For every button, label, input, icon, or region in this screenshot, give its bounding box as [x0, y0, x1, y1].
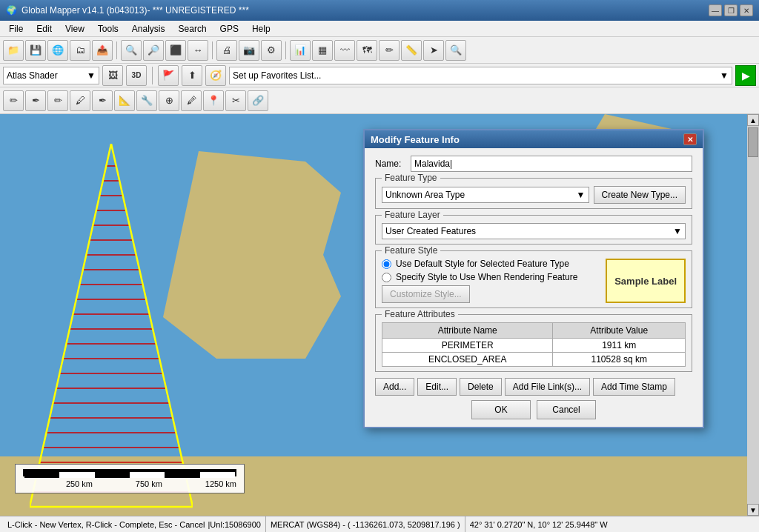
draw-tool9[interactable]: 🖉 [181, 90, 202, 111]
ok-button[interactable]: OK [471, 400, 531, 419]
3d-btn[interactable]: 3D [126, 65, 147, 86]
menu-gps[interactable]: GPS [214, 22, 245, 36]
feature-style-group: Feature Style Use Default Style for Sele… [375, 250, 692, 308]
draw-tool5[interactable]: ✒ [92, 90, 113, 111]
sample-label-box: Sample Label [606, 259, 686, 303]
restore-button[interactable]: ❐ [724, 4, 738, 16]
screenshot-btn[interactable]: 📷 [239, 40, 259, 61]
add-time-stamp-button[interactable]: Add Time Stamp [593, 378, 675, 396]
select-btn[interactable]: ➤ [423, 40, 444, 61]
zoom-extent-btn[interactable]: ⬛ [165, 40, 186, 61]
globe-btn[interactable]: 🌐 [47, 40, 68, 61]
draw-tool2[interactable]: ✒ [25, 90, 46, 111]
projection-text: MERCAT (WGS84) - ( -1136261.073, 5209817… [271, 520, 460, 529]
status-coordinates: 42° 31' 0.2720" N, 10° 12' 25.9448" W [465, 516, 612, 532]
chart-btn[interactable]: 📊 [290, 40, 311, 61]
north-btn[interactable]: ⬆ [182, 65, 202, 86]
feature-layer-value: User Created Features [385, 226, 476, 236]
feature-style-layout: Use Default Style for Selected Feature T… [382, 259, 686, 303]
play-button[interactable]: ▶ [735, 65, 756, 86]
menu-help[interactable]: Help [246, 22, 276, 36]
draw-tool8[interactable]: ⊕ [159, 90, 179, 111]
unit-text: |Unl:15086900 [208, 520, 261, 529]
create-new-type-button[interactable]: Create New Type... [594, 186, 686, 204]
menu-bar: File Edit View Tools Analysis Search GPS… [0, 21, 759, 37]
zoom-in-btn[interactable]: 🔍 [121, 40, 142, 61]
radio-default-style[interactable] [382, 259, 391, 269]
draw-tool12[interactable]: 🔗 [248, 90, 268, 111]
feature-style-title: Feature Style [382, 245, 440, 256]
feature-style-options: Use Default Style for Selected Feature T… [382, 259, 600, 303]
title-bar: 🌍 Global Mapper v14.1 (b043013)- *** UNR… [0, 0, 759, 21]
compass-btn[interactable]: 🧭 [205, 65, 226, 86]
dialog-ok-cancel: OK Cancel [375, 400, 692, 419]
add-file-link-button[interactable]: Add File Link(s)... [505, 378, 590, 396]
mouse-action-text: L-Click - New Vertex, R-Click - Complete… [7, 520, 205, 529]
atlas-shader-label: Atlas Shader [7, 70, 58, 81]
atlas-shader-dropdown[interactable]: Atlas Shader ▼ [3, 67, 99, 84]
pan-btn[interactable]: ↔ [188, 40, 208, 61]
draw-tool6[interactable]: 📐 [114, 90, 135, 111]
customize-style-button[interactable]: Customize Style... [382, 285, 470, 303]
flag-btn[interactable]: 🚩 [158, 65, 179, 86]
draw-tool3[interactable]: ✏ [47, 90, 68, 111]
config-btn[interactable]: ⚙ [261, 40, 282, 61]
menu-analysis[interactable]: Analysis [126, 22, 171, 36]
add-button[interactable]: Add... [375, 378, 414, 396]
edit2-btn[interactable]: ✏ [379, 40, 400, 61]
draw-tool10[interactable]: 📍 [203, 90, 224, 111]
delete-button[interactable]: Delete [460, 378, 502, 396]
status-mouse-action: L-Click - New Vertex, R-Click - Complete… [3, 516, 266, 532]
find-btn[interactable]: 🔍 [445, 40, 466, 61]
draw-tool4[interactable]: 🖊 [70, 90, 90, 111]
feature-layer-dropdown[interactable]: User Created Features ▼ [382, 223, 686, 239]
radio-default-style-label: Use Default Style for Selected Feature T… [396, 259, 569, 269]
draw-tool1[interactable]: ✏ [3, 90, 24, 111]
feature-layer-arrow: ▼ [673, 226, 682, 236]
menu-search[interactable]: Search [173, 22, 213, 36]
feature-type-dropdown[interactable]: Unknown Area Type ▼ [382, 187, 589, 203]
favorites-dropdown[interactable]: Set up Favorites List... ▼ [229, 67, 732, 84]
dialog-title-bar[interactable]: Modify Feature Info ✕ [365, 130, 703, 148]
feature-layer-inner: User Created Features ▼ [382, 223, 686, 239]
layers-btn[interactable]: 🗂 [70, 40, 90, 61]
contour-btn[interactable]: 〰 [334, 40, 355, 61]
name-input[interactable] [411, 156, 692, 172]
attributes-tbody: PERIMETER1911 kmENCLOSED_AREA110528 sq k… [382, 339, 686, 367]
shader-options-btn[interactable]: 🖼 [102, 65, 123, 86]
title-bar-controls[interactable]: — ❐ ✕ [709, 4, 753, 16]
draw-tool11[interactable]: ✂ [225, 90, 246, 111]
grid-btn[interactable]: ▦ [312, 40, 333, 61]
menu-edit[interactable]: Edit [30, 22, 58, 36]
table-row[interactable]: PERIMETER1911 km [382, 339, 686, 353]
radio-specify-style[interactable] [382, 273, 391, 282]
menu-view[interactable]: View [59, 22, 90, 36]
measure-btn[interactable]: 📏 [401, 40, 422, 61]
draw-tool7[interactable]: 🔧 [136, 90, 157, 111]
edit-button[interactable]: Edit... [417, 378, 457, 396]
open-btn[interactable]: 📁 [3, 40, 24, 61]
minimize-button[interactable]: — [709, 4, 722, 16]
raster-btn[interactable]: 🗺 [357, 40, 377, 61]
modify-feature-dialog: Modify Feature Info ✕ Name: Feature Type [363, 129, 704, 428]
dialog-close-button[interactable]: ✕ [683, 133, 697, 145]
export-btn[interactable]: 📤 [92, 40, 113, 61]
table-row[interactable]: ENCLOSED_AREA110528 sq km [382, 353, 686, 367]
coordinates-text: 42° 31' 0.2720" N, 10° 12' 25.9448" W [470, 520, 608, 529]
save-btn[interactable]: 💾 [25, 40, 46, 61]
feature-style-inner: Use Default Style for Selected Feature T… [382, 259, 686, 303]
menu-tools[interactable]: Tools [92, 22, 125, 36]
attributes-table: Attribute Name Attribute Value PERIMETER… [382, 322, 686, 367]
window-title: Global Mapper v14.1 (b043013)- *** UNREG… [21, 5, 249, 16]
print-btn[interactable]: 🖨 [216, 40, 237, 61]
zoom-out-btn[interactable]: 🔎 [143, 40, 164, 61]
cancel-button[interactable]: Cancel [537, 400, 596, 419]
sep2 [212, 41, 213, 59]
menu-file[interactable]: File [3, 22, 29, 36]
map-area[interactable]: 250 km 750 km 1250 km ▲ ▼ Modify Feature… [0, 114, 759, 516]
attr-col1-header: Attribute Name [382, 323, 553, 339]
sample-label-text: Sample Label [614, 276, 677, 287]
attr-col2-header: Attribute Value [553, 323, 686, 339]
close-button[interactable]: ✕ [740, 4, 753, 16]
feature-attributes-title: Feature Attributes [382, 309, 458, 319]
